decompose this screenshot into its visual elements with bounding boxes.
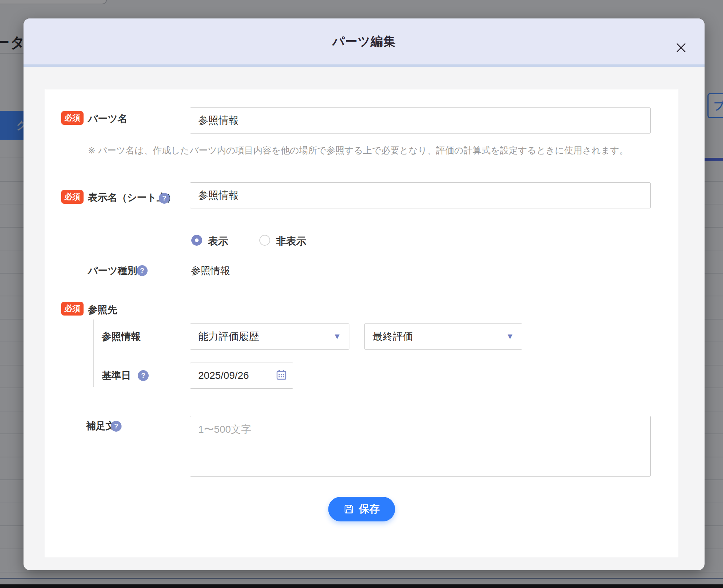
reference-info-label: 参照情報 <box>102 330 141 343</box>
save-button[interactable]: 保存 <box>328 497 395 521</box>
parts-name-label: パーツ名 <box>88 113 127 125</box>
save-label: 保存 <box>359 502 380 516</box>
radio-dot <box>195 238 199 242</box>
required-badge: 必須 <box>61 302 84 316</box>
base-date-field[interactable]: 2025/09/26 <box>190 363 293 389</box>
required-badge: 必須 <box>61 111 84 125</box>
supplement-help-icon[interactable]: ? <box>111 421 122 432</box>
required-badge: 必須 <box>61 190 84 204</box>
reference-item-value: 最終評価 <box>373 330 413 343</box>
supplement-textarea[interactable] <box>190 416 651 477</box>
visibility-show-label: 表示 <box>208 234 228 248</box>
reference-label: 参照先 <box>88 304 117 316</box>
parts-type-label: パーツ種別 <box>88 265 137 277</box>
reference-group-line <box>93 320 94 387</box>
parts-name-input[interactable] <box>190 107 651 134</box>
base-date-value: 2025/09/26 <box>198 370 249 381</box>
form-card: 必須 パーツ名 ※ パーツ名は、作成したパーツ内の項目内容を他の場所で参照する上… <box>45 89 678 557</box>
visibility-hide-label: 非表示 <box>276 234 306 248</box>
reference-item-dropdown[interactable]: 最終評価 ▼ <box>364 323 522 350</box>
modal-title: パーツ編集 <box>332 33 396 50</box>
visibility-radio-hide[interactable] <box>259 235 270 246</box>
base-date-label: 基準日 <box>102 369 131 382</box>
chevron-down-icon: ▼ <box>333 332 341 341</box>
close-button[interactable] <box>672 39 690 57</box>
reference-source-dropdown[interactable]: 能力評価履歴 ▼ <box>190 323 349 350</box>
save-icon <box>343 504 354 515</box>
reference-source-value: 能力評価履歴 <box>198 330 259 343</box>
visibility-radio-show[interactable] <box>191 235 202 246</box>
display-name-help-icon[interactable]: ? <box>159 193 170 204</box>
parts-name-note: ※ パーツ名は、作成したパーツ内の項目内容を他の場所で参照する上で必要となり、評… <box>88 144 628 156</box>
parts-edit-modal: パーツ編集 必須 パーツ名 ※ パーツ名は、作成したパーツ内の項目内容を他の場所… <box>24 18 705 570</box>
display-name-input[interactable] <box>190 182 651 208</box>
modal-header: パーツ編集 <box>24 18 705 67</box>
close-icon <box>674 41 688 56</box>
parts-type-value: 参照情報 <box>191 265 230 277</box>
parts-type-help-icon[interactable]: ? <box>137 265 148 276</box>
calendar-icon[interactable] <box>276 369 287 382</box>
chevron-down-icon: ▼ <box>506 332 514 341</box>
base-date-help-icon[interactable]: ? <box>138 370 149 381</box>
